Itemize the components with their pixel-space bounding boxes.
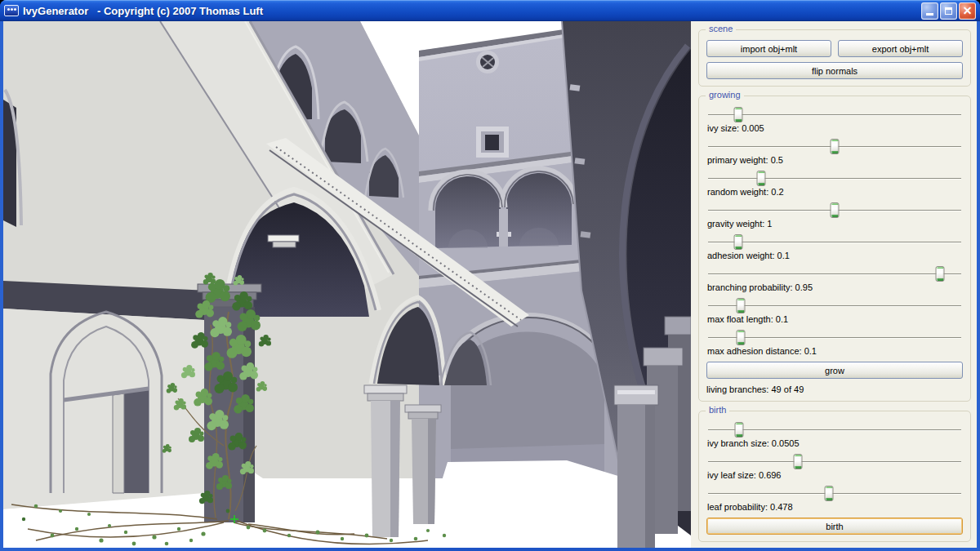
group-growing: growing ivy size: 0.005 primary weight: … (698, 96, 971, 402)
slider-track[interactable] (708, 337, 961, 338)
control-panel: scene import obj+mlt export obj+mlt flip… (691, 21, 977, 548)
slider-label-ivy-size: ivy size: 0.005 (707, 123, 963, 133)
living-branches-status: living branches: 49 of 49 (706, 384, 963, 394)
slider-label-random-weight: random weight: 0.2 (707, 187, 963, 197)
group-scene-label: scene (706, 24, 736, 33)
slider-ivy-size[interactable] (708, 107, 961, 122)
app-icon[interactable] (4, 5, 19, 16)
grow-button[interactable]: grow (706, 362, 963, 379)
slider-label-ivy-branch-size: ivy branch size: 0.0505 (707, 438, 963, 448)
slider-handle[interactable] (733, 107, 742, 122)
slider-label-max-adhesion-distance: max adhesion distance: 0.1 (707, 346, 963, 356)
export-obj-button[interactable]: export obj+mlt (838, 40, 963, 57)
slider-handle[interactable] (831, 202, 840, 218)
slider-ivy-leaf-size[interactable] (708, 454, 961, 469)
minimize-icon (926, 13, 933, 16)
close-icon: ✕ (963, 5, 973, 16)
import-obj-button[interactable]: import obj+mlt (706, 40, 831, 57)
slider-track[interactable] (708, 273, 961, 274)
slider-branching-probability[interactable] (708, 266, 961, 282)
slider-track[interactable] (708, 305, 961, 306)
slider-handle[interactable] (794, 454, 803, 469)
slider-label-adhesion-weight: adhesion weight: 0.1 (707, 251, 963, 260)
app-window: IvyGenerator - Copyright (c) 2007 Thomas… (0, 0, 980, 551)
slider-max-adhesion-distance[interactable] (708, 330, 961, 345)
slider-label-gravity-weight: gravity weight: 1 (707, 219, 963, 229)
group-birth-label: birth (706, 405, 729, 415)
close-button[interactable]: ✕ (959, 2, 976, 20)
scene-render (3, 21, 691, 548)
maximize-button[interactable] (940, 2, 957, 20)
group-birth: birth ivy branch size: 0.0505 ivy leaf s… (698, 411, 971, 542)
slider-handle[interactable] (736, 330, 745, 345)
slider-ivy-branch-size[interactable] (708, 422, 961, 438)
flip-normals-button[interactable]: flip normals (706, 62, 963, 79)
slider-track[interactable] (708, 178, 961, 179)
maximize-icon (945, 7, 952, 15)
slider-handle[interactable] (733, 234, 742, 250)
slider-primary-weight[interactable] (708, 139, 961, 154)
slider-random-weight[interactable] (708, 171, 961, 186)
slider-handle[interactable] (735, 422, 744, 438)
group-scene: scene import obj+mlt export obj+mlt flip… (698, 29, 971, 87)
slider-handle[interactable] (935, 266, 944, 282)
group-growing-label: growing (706, 90, 744, 100)
window-title: IvyGenerator - Copyright (c) 2007 Thomas… (23, 5, 917, 17)
birth-button[interactable]: birth (706, 518, 963, 535)
slider-track[interactable] (708, 493, 961, 494)
slider-label-primary-weight: primary weight: 0.5 (707, 155, 963, 165)
slider-track[interactable] (708, 461, 961, 462)
slider-handle[interactable] (757, 171, 766, 186)
slider-handle[interactable] (831, 139, 840, 154)
viewport-3d[interactable] (3, 21, 691, 548)
title-bar[interactable]: IvyGenerator - Copyright (c) 2007 Thomas… (0, 0, 980, 21)
slider-max-float-length[interactable] (708, 298, 961, 313)
slider-handle[interactable] (824, 486, 833, 501)
slider-label-max-float-length: max float length: 0.1 (707, 314, 963, 324)
slider-track[interactable] (708, 429, 961, 430)
slider-track[interactable] (708, 242, 961, 242)
slider-handle[interactable] (736, 298, 745, 313)
slider-label-branching-probability: branching probability: 0.95 (707, 282, 963, 292)
slider-gravity-weight[interactable] (708, 202, 961, 218)
slider-label-leaf-probability: leaf probability: 0.478 (707, 502, 963, 512)
minimize-button[interactable] (921, 2, 938, 20)
slider-track[interactable] (708, 114, 961, 115)
slider-label-ivy-leaf-size: ivy leaf size: 0.696 (707, 470, 963, 480)
slider-adhesion-weight[interactable] (708, 234, 961, 250)
slider-leaf-probability[interactable] (708, 486, 961, 501)
